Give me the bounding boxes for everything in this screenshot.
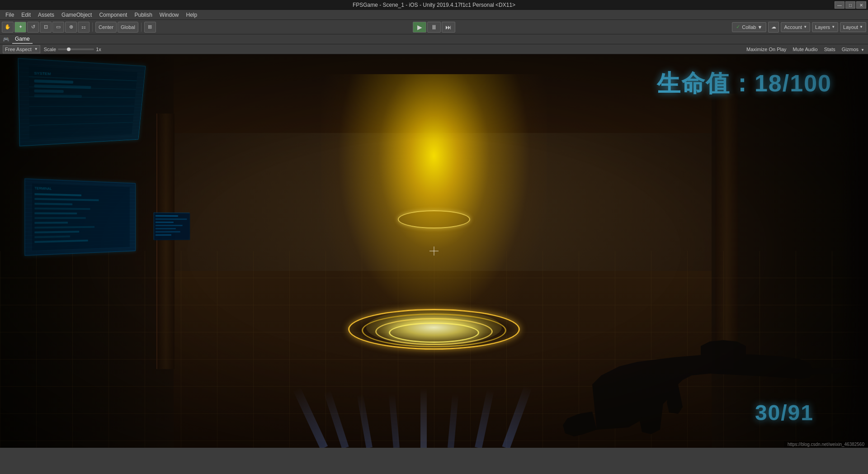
monitor-1-content: SYSTEM [19,59,146,146]
energy-ring-4 [389,322,479,343]
app-title: FPSGame - Scene_1 - iOS - Unity 2019.4.1… [4,2,864,8]
url-text: https://blog.csdn.net/weixin_46382560 [788,442,864,447]
pivot-label[interactable]: Center [99,24,113,30]
scale-slider-thumb[interactable] [67,47,71,51]
menu-component[interactable]: Component [95,10,131,19]
svg-rect-25 [154,213,190,241]
title-bar: FPSGame - Scene_1 - iOS - Unity 2019.4.1… [0,0,868,10]
step-button[interactable]: ⏭ [442,22,455,33]
rect-tool-button[interactable]: ▭ [52,22,64,33]
game-icon: 🎮 [3,36,9,43]
svg-rect-32 [156,234,171,236]
menu-edit[interactable]: Edit [18,10,34,19]
svg-rect-20 [34,222,68,224]
game-tab[interactable]: Game [12,35,33,44]
health-text: 生命值：18/100 [657,70,832,96]
menu-bar: File Edit Assets GameObject Component Pu… [0,10,868,20]
game-toolbar: Free Aspect ▼ Scale 1x Maximize On Play … [0,44,868,54]
collab-button[interactable]: ✓ Collab ▼ [732,22,766,32]
menu-gameobject[interactable]: GameObject [58,10,95,19]
layers-dropdown-arrow: ▼ [831,25,835,29]
maximize-on-play-button[interactable]: Maximize On Play [745,47,788,52]
play-button[interactable]: ▶ [413,22,426,33]
hud-health-display: 生命值：18/100 [657,68,832,100]
hand-tool-button[interactable]: ✋ [2,22,14,33]
global-label[interactable]: Global [121,24,135,30]
beam-4 [387,380,400,448]
hud-ammo-display: 30/91 [755,400,814,425]
layout-label: Layout [843,24,858,30]
svg-rect-27 [156,218,187,220]
game-panel-header: 🎮 Game [0,34,868,44]
account-dropdown-arrow: ▼ [803,25,807,29]
svg-text:TERMINAL: TERMINAL [34,186,52,190]
svg-rect-19 [34,217,86,219]
menu-window[interactable]: Window [156,10,183,19]
menu-file[interactable]: File [2,10,18,19]
rotate-tool-button[interactable]: ↺ [27,22,39,33]
layout-dropdown-arrow: ▼ [859,25,863,29]
svg-marker-38 [701,340,746,355]
check-icon: ✓ [736,24,740,30]
beam-7 [475,374,497,448]
collab-label: Collab ▼ [742,24,762,30]
window-controls: — □ ✕ [835,0,866,10]
transform-tool-button[interactable]: ⊕ [65,22,77,33]
menu-publish[interactable]: Publish [131,10,156,19]
mute-audio-button[interactable]: Mute Audio [791,47,820,52]
account-dropdown[interactable]: Account ▼ [781,22,810,32]
game-viewport: SYSTEM TERMINAL [0,54,868,448]
grid-button[interactable]: ⊞ [144,22,156,33]
toolbar-right-controls: ✓ Collab ▼ ☁ Account ▼ Layers ▼ Layout ▼ [732,20,866,34]
monitor-2: TERMINAL [24,178,136,256]
minimize-button[interactable]: — [835,1,844,9]
aspect-dropdown-arrow: ▼ [34,47,38,51]
monitor-3 [154,213,190,240]
svg-text:SYSTEM: SYSTEM [34,71,51,76]
beam-6 [448,380,460,448]
space-mode-group[interactable]: Global [118,22,138,33]
stats-button[interactable]: Stats [822,47,837,52]
close-button[interactable]: ✕ [856,1,866,9]
monitor-1-display: SYSTEM [29,66,137,139]
svg-rect-10 [34,90,64,93]
monitor-2-display: TERMINAL [32,184,130,251]
scale-label: Scale [44,47,57,52]
crosshair [429,246,439,256]
menu-help[interactable]: Help [183,10,201,19]
scale-slider[interactable] [58,48,94,50]
svg-rect-18 [34,212,77,214]
gizmos-dropdown-arrow: ▼ [861,48,864,52]
ammo-text: 30/91 [755,401,814,425]
energy-rings [344,295,524,350]
toolbar-separator-2 [141,23,142,32]
monitor-1: SYSTEM [18,58,146,146]
cloud-icon: ☁ [771,24,776,30]
scale-tool-button[interactable]: ⊡ [40,22,52,33]
game-toolbar-right: Maximize On Play Mute Audio Stats Gizmos… [745,44,866,54]
menu-assets[interactable]: Assets [34,10,58,19]
aspect-dropdown[interactable]: Free Aspect ▼ [3,45,40,53]
toolbar-separator-1 [92,23,93,32]
svg-rect-31 [156,231,180,232]
svg-rect-30 [156,228,176,229]
cloud-button[interactable]: ☁ [768,22,779,33]
right-dark-overlay [841,54,868,448]
svg-marker-34 [563,412,597,436]
pause-button[interactable]: ⏸ [427,22,441,33]
play-controls: ▶ ⏸ ⏭ [413,22,455,33]
layers-dropdown[interactable]: Layers ▼ [812,22,838,32]
url-watermark: https://blog.csdn.net/weixin_46382560 [784,441,868,448]
aspect-label: Free Aspect [5,47,32,52]
custom-tool-button[interactable]: ⚏ [78,22,90,33]
svg-rect-26 [156,215,178,217]
layout-dropdown[interactable]: Layout ▼ [840,22,866,32]
scale-area: Scale 1x [44,47,101,52]
svg-rect-28 [156,222,174,223]
pivot-mode-group[interactable]: Center [95,22,117,33]
maximize-button[interactable]: □ [845,1,855,9]
move-tool-button[interactable]: ✦ [14,22,26,33]
gizmos-button[interactable]: Gizmos ▼ [840,47,866,52]
account-label: Account [784,24,802,30]
main-toolbar: ✋ ✦ ↺ ⊡ ▭ ⊕ ⚏ Center Global ⊞ ▶ ⏸ ⏭ ✓ Co… [0,20,868,34]
